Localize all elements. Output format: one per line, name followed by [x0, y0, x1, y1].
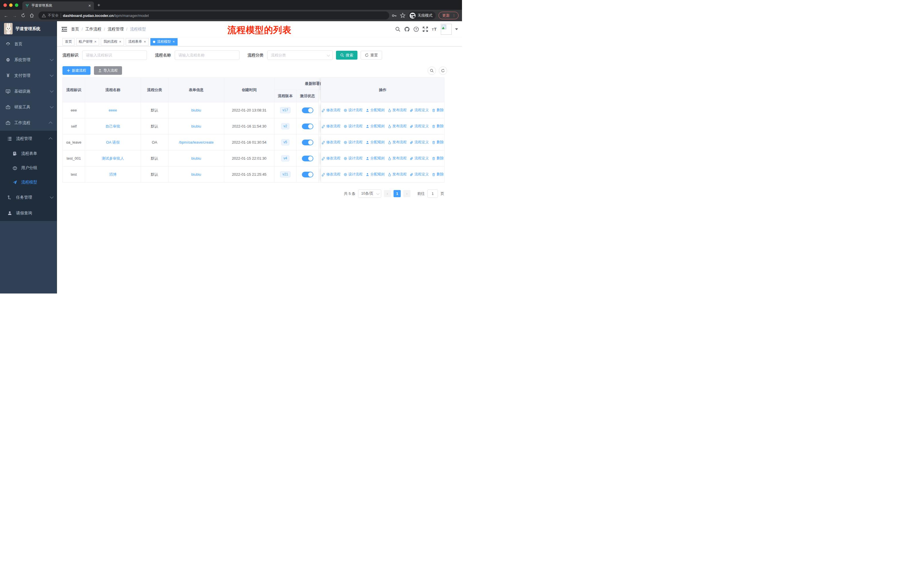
- tag-process-form[interactable]: 流程表单✕: [126, 38, 148, 46]
- action-design-process[interactable]: 设计流程: [344, 156, 363, 161]
- prev-page-button[interactable]: ‹: [384, 190, 391, 197]
- action-delete[interactable]: 删除: [432, 124, 444, 129]
- window-controls[interactable]: [3, 3, 18, 7]
- action-deploy-process[interactable]: 发布流程: [388, 108, 407, 112]
- toggle-search-button[interactable]: [427, 66, 436, 75]
- avatar-dropdown-caret-icon[interactable]: [455, 28, 458, 30]
- category-select[interactable]: 流程分类: [267, 50, 333, 60]
- user-avatar[interactable]: [441, 24, 452, 35]
- action-assign-rule[interactable]: 分配规则: [366, 124, 384, 129]
- close-icon[interactable]: ✕: [119, 40, 121, 43]
- action-process-definition[interactable]: 流程定义: [410, 156, 429, 161]
- action-assign-rule[interactable]: 分配规则: [366, 140, 384, 145]
- action-design-process[interactable]: 设计流程: [344, 124, 363, 129]
- back-icon[interactable]: ←: [2, 13, 10, 18]
- tab-close-icon[interactable]: ✕: [88, 4, 91, 8]
- form-info-link[interactable]: biubiu: [191, 172, 201, 177]
- refresh-table-button[interactable]: [439, 66, 447, 75]
- sidebar-item-payment[interactable]: ¥ 支付管理: [0, 68, 57, 83]
- process-name-input[interactable]: 请输入流程名称: [175, 50, 239, 60]
- next-page-button[interactable]: ›: [403, 190, 411, 197]
- action-design-process[interactable]: 设计流程: [344, 172, 363, 177]
- action-deploy-process[interactable]: 发布流程: [388, 156, 407, 161]
- action-design-process[interactable]: 设计流程: [344, 140, 363, 145]
- sidebar-item-process-manage[interactable]: 流程管理: [0, 131, 57, 147]
- sidebar-item-user-group[interactable]: 用户分组: [0, 161, 57, 175]
- action-edit-process[interactable]: 修改流程: [322, 172, 341, 177]
- breadcrumb-home[interactable]: 首页: [71, 26, 79, 32]
- sidebar-logo[interactable]: 芋道管理系统: [0, 21, 57, 36]
- action-edit-process[interactable]: 修改流程: [322, 124, 341, 129]
- tag-home[interactable]: 首页: [63, 38, 74, 46]
- action-process-definition[interactable]: 流程定义: [410, 172, 429, 177]
- key-icon[interactable]: [391, 13, 397, 18]
- security-label[interactable]: 不安全: [48, 13, 59, 18]
- breadcrumb-process-manage[interactable]: 流程管理: [108, 26, 124, 32]
- action-design-process[interactable]: 设计流程: [344, 108, 363, 112]
- active-toggle[interactable]: [302, 140, 314, 146]
- sidebar-item-leave-query[interactable]: 请假查询: [0, 205, 57, 221]
- browser-update-button[interactable]: 更新 ⋮: [439, 12, 459, 19]
- sidebar-item-home[interactable]: 首页: [0, 36, 57, 52]
- search-icon[interactable]: [395, 26, 401, 32]
- action-deploy-process[interactable]: 发布流程: [388, 124, 407, 129]
- star-icon[interactable]: [400, 13, 406, 18]
- url-bar[interactable]: 不安全 dashboard.yudao.iocoder.cn/bpm/manag…: [38, 12, 389, 20]
- tag-tenant[interactable]: 租户管理✕: [76, 38, 99, 46]
- action-process-definition[interactable]: 流程定义: [410, 108, 429, 112]
- action-edit-process[interactable]: 修改流程: [322, 108, 341, 112]
- reset-button[interactable]: 重置: [361, 51, 382, 60]
- close-window-button[interactable]: [3, 3, 7, 7]
- sidebar-item-task-manage[interactable]: 任务管理: [0, 189, 57, 205]
- sidebar-item-system[interactable]: 系统管理: [0, 52, 57, 68]
- action-edit-process[interactable]: 修改流程: [322, 140, 341, 145]
- action-assign-rule[interactable]: 分配规则: [366, 108, 384, 112]
- action-deploy-process[interactable]: 发布流程: [388, 172, 407, 177]
- sidebar-item-devtools[interactable]: 研发工具: [0, 99, 57, 115]
- import-process-button[interactable]: 导入流程: [94, 66, 122, 75]
- breadcrumb-workflow[interactable]: 工作流程: [85, 26, 101, 32]
- current-page-button[interactable]: 1: [394, 190, 401, 197]
- help-icon[interactable]: ?: [413, 26, 419, 32]
- form-info-link[interactable]: /bpm/oa/leave/create: [179, 140, 213, 144]
- active-toggle[interactable]: [302, 124, 314, 129]
- active-toggle[interactable]: [302, 107, 314, 113]
- form-info-link[interactable]: biubiu: [191, 124, 201, 128]
- close-icon[interactable]: ✕: [172, 40, 175, 43]
- model-name-link[interactable]: 滔博: [109, 172, 117, 177]
- fullscreen-icon[interactable]: [422, 26, 428, 32]
- action-delete[interactable]: 删除: [432, 156, 444, 161]
- search-button[interactable]: 搜索: [336, 51, 358, 60]
- sidebar-item-process-model[interactable]: 流程模型: [0, 175, 57, 189]
- action-delete[interactable]: 删除: [432, 140, 444, 145]
- tag-my-process[interactable]: 我的流程✕: [101, 38, 124, 46]
- update-label[interactable]: 更新: [442, 13, 450, 18]
- action-delete[interactable]: 删除: [432, 108, 444, 112]
- fontsize-icon[interactable]: TT: [432, 26, 437, 32]
- form-info-link[interactable]: biubiu: [191, 156, 201, 160]
- home-icon[interactable]: [28, 13, 36, 18]
- model-name-link[interactable]: OA 请假: [106, 140, 120, 145]
- close-icon[interactable]: ✕: [94, 40, 97, 43]
- sidebar-item-workflow[interactable]: 工作流程: [0, 115, 57, 131]
- github-icon[interactable]: [404, 26, 410, 32]
- action-assign-rule[interactable]: 分配规则: [366, 172, 384, 177]
- active-toggle[interactable]: [302, 172, 314, 177]
- action-deploy-process[interactable]: 发布流程: [388, 140, 407, 145]
- reload-icon[interactable]: [19, 13, 28, 18]
- forward-icon[interactable]: →: [10, 13, 19, 18]
- minimize-window-button[interactable]: [9, 3, 13, 7]
- create-process-button[interactable]: 新建流程: [63, 66, 91, 75]
- active-toggle[interactable]: [302, 155, 314, 161]
- action-process-definition[interactable]: 流程定义: [410, 140, 429, 145]
- process-id-input[interactable]: 请输入流程标识: [82, 50, 147, 60]
- model-name-link[interactable]: 测试多审批人: [102, 156, 124, 161]
- sidebar-collapse-icon[interactable]: [61, 27, 67, 31]
- form-info-link[interactable]: biubiu: [191, 108, 201, 112]
- model-name-link[interactable]: eeee: [109, 108, 117, 112]
- browser-tab[interactable]: 芋道管理系统 ✕: [22, 2, 94, 10]
- browser-menu-icon[interactable]: ⋮: [452, 13, 456, 18]
- page-size-select[interactable]: 10条/页: [358, 189, 381, 198]
- tag-process-model[interactable]: 流程模型✕: [150, 38, 177, 46]
- new-tab-button[interactable]: +: [97, 2, 100, 8]
